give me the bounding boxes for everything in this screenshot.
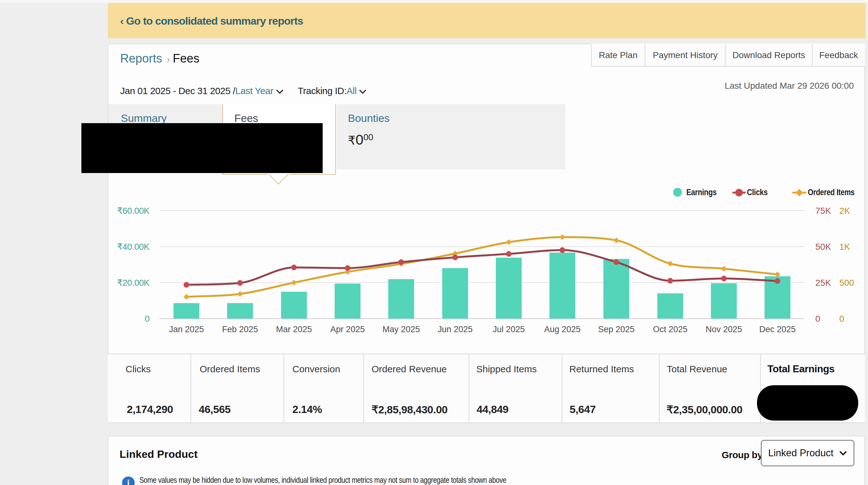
svg-text:Oct 2025: Oct 2025 bbox=[653, 324, 688, 334]
svg-text:Jan 2025: Jan 2025 bbox=[169, 324, 204, 334]
svg-text:0: 0 bbox=[145, 314, 150, 324]
svg-text:Aug 2025: Aug 2025 bbox=[544, 324, 581, 334]
svg-text:50K: 50K bbox=[815, 242, 831, 252]
svg-text:500: 500 bbox=[839, 278, 854, 288]
svg-text:May 2025: May 2025 bbox=[382, 324, 420, 334]
svg-text:Feb 2025: Feb 2025 bbox=[222, 324, 258, 334]
svg-text:Nov 2025: Nov 2025 bbox=[706, 324, 742, 334]
svg-text:Mar 2025: Mar 2025 bbox=[276, 324, 312, 334]
svg-text:Jun 2025: Jun 2025 bbox=[437, 324, 472, 334]
svg-text:Jul 2025: Jul 2025 bbox=[493, 324, 525, 334]
svg-text:2K: 2K bbox=[839, 206, 850, 216]
svg-text:₹40.00K: ₹40.00K bbox=[117, 242, 150, 252]
svg-text:75K: 75K bbox=[815, 206, 831, 216]
svg-text:₹20.00K: ₹20.00K bbox=[117, 278, 150, 288]
svg-text:₹60.00K: ₹60.00K bbox=[117, 206, 150, 216]
svg-text:0: 0 bbox=[839, 314, 844, 324]
svg-text:25K: 25K bbox=[815, 278, 831, 288]
svg-text:Sep 2025: Sep 2025 bbox=[598, 324, 634, 334]
svg-text:0: 0 bbox=[815, 314, 820, 324]
svg-text:Dec 2025: Dec 2025 bbox=[759, 324, 796, 334]
svg-text:Apr 2025: Apr 2025 bbox=[330, 324, 365, 334]
svg-text:1K: 1K bbox=[839, 242, 850, 252]
